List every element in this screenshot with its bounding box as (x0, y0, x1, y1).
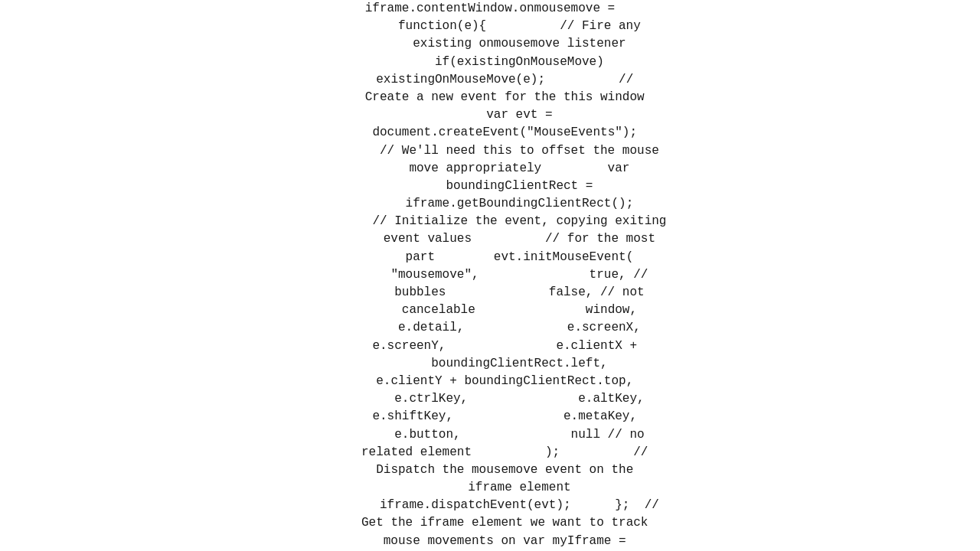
code-line: boundingClientRect = (0, 178, 980, 195)
code-line: iframe.dispatchEvent(evt); }; // (0, 497, 980, 514)
code-line: // Initialize the event, copying exiting (0, 213, 980, 230)
code-line: iframe.contentWindow.onmousemove = (0, 0, 980, 18)
code-line: document.createEvent("MouseEvents"); (0, 124, 980, 142)
code-line: boundingClientRect.left, (0, 355, 980, 373)
code-line: related element ); // (0, 444, 980, 461)
code-line: e.button, null // no (0, 426, 980, 444)
code-line: iframe element (0, 479, 980, 497)
code-line: Get the iframe element we want to track (0, 514, 980, 532)
code-block: iframe.contentWindow.onmousemove = funct… (0, 0, 980, 551)
code-line: move appropriately var (0, 160, 980, 178)
code-line: existingOnMouseMove(e); // (0, 71, 980, 89)
code-line: iframe.getBoundingClientRect(); (0, 195, 980, 213)
code-line: e.clientY + boundingClientRect.top, (0, 373, 980, 390)
code-line: part evt.initMouseEvent( (0, 249, 980, 266)
code-line: e.screenY, e.clientX + (0, 337, 980, 355)
code-line: e.ctrlKey, e.altKey, (0, 390, 980, 408)
code-line: e.detail, e.screenX, (0, 319, 980, 337)
code-line: // We'll need this to offset the mouse (0, 142, 980, 160)
code-line: event values // for the most (0, 230, 980, 248)
code-line: bubbles false, // not (0, 284, 980, 302)
code-line: Dispatch the mousemove event on the (0, 461, 980, 479)
code-line: function(e){ // Fire any (0, 18, 980, 35)
code-line: mouse movements on var myIframe = (0, 533, 980, 550)
code-line: existing onmousemove listener (0, 35, 980, 53)
code-line: var evt = (0, 106, 980, 124)
code-line: if(existingOnMouseMove) (0, 54, 980, 71)
code-line: Create a new event for the this window (0, 89, 980, 106)
code-line: e.shiftKey, e.metaKey, (0, 408, 980, 425)
code-line: cancelable window, (0, 302, 980, 319)
code-line: "mousemove", true, // (0, 266, 980, 284)
